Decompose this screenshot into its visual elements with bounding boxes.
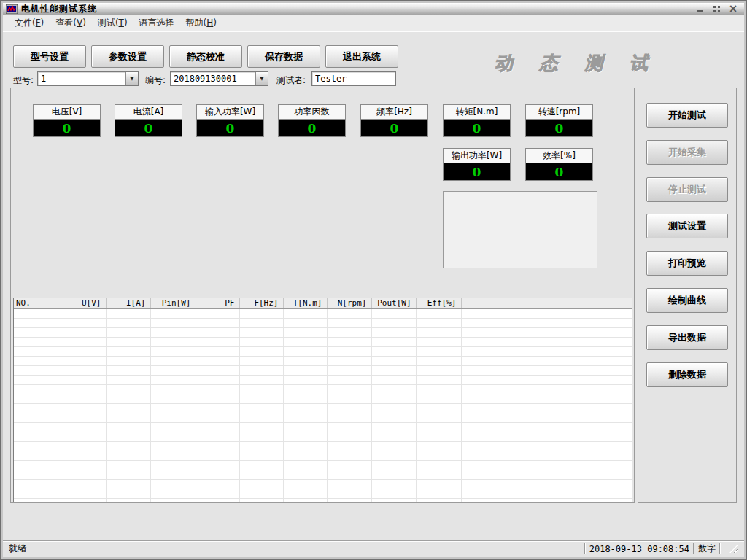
menu-item-language[interactable]: 语言选择 bbox=[133, 15, 180, 31]
delete-data-button[interactable]: 删除数据 bbox=[646, 362, 728, 387]
model-value: 1 bbox=[38, 74, 125, 84]
start-acquire-button[interactable]: 开始采集 bbox=[646, 140, 728, 165]
curve-preview-panel bbox=[443, 191, 597, 268]
menu-item-test[interactable]: 测试(T) bbox=[92, 15, 133, 31]
status-mode: 数字 bbox=[698, 542, 716, 555]
menu-item-view[interactable]: 查看(V) bbox=[50, 15, 92, 31]
static-calibration-button[interactable]: 静态校准 bbox=[169, 45, 242, 68]
menu-item-help[interactable]: 帮助(H) bbox=[180, 15, 222, 31]
start-test-button[interactable]: 开始测试 bbox=[646, 103, 728, 128]
minimize-icon bbox=[697, 10, 703, 12]
results-table-header: NO. U[V] I[A] Pin[W] PF F[Hz] T[N.m] N[r… bbox=[14, 298, 632, 308]
model-combobox[interactable]: 1 ▼ bbox=[37, 71, 139, 86]
status-datetime: 2018-09-13 09:08:54 bbox=[589, 544, 689, 554]
print-preview-button[interactable]: 打印预览 bbox=[646, 251, 728, 276]
frequency-display: 频率[Hz] 0 bbox=[360, 104, 428, 137]
draw-curve-button[interactable]: 绘制曲线 bbox=[646, 288, 728, 313]
voltage-display: 电压[V] 0 bbox=[33, 104, 101, 137]
column-header: N[rpm] bbox=[327, 298, 371, 308]
efficiency-display: 效率[%] 0 bbox=[525, 148, 593, 181]
model-label: 型号: bbox=[13, 74, 34, 88]
results-table[interactable]: NO. U[V] I[A] Pin[W] PF F[Hz] T[N.m] N[r… bbox=[13, 298, 632, 502]
toolbar: 型号设置 参数设置 静态校准 保存数据 退出系统 bbox=[13, 45, 398, 68]
results-table-body bbox=[14, 308, 632, 502]
main-panel: 电压[V] 0 电流[A] 0 输入功率[W] 0 功率因数 0 频率[Hz] … bbox=[10, 88, 635, 503]
window-title: 电机性能测试系统 bbox=[21, 3, 97, 15]
maximize-button[interactable] bbox=[711, 4, 721, 14]
minimize-button[interactable] bbox=[694, 4, 705, 14]
maximize-icon bbox=[713, 6, 720, 12]
serial-value: 201809130001 bbox=[171, 74, 255, 84]
close-button[interactable]: × bbox=[728, 4, 738, 14]
power-factor-display: 功率因数 0 bbox=[278, 104, 346, 137]
menu-item-file[interactable]: 文件(F) bbox=[9, 15, 50, 31]
tester-input[interactable] bbox=[311, 71, 396, 86]
app-icon bbox=[6, 4, 18, 14]
column-header: PF bbox=[196, 298, 239, 308]
sidebar-panel: 开始测试 开始采集 停止测试 测试设置 打印预览 绘制曲线 导出数据 删除数据 bbox=[638, 88, 737, 503]
torque-display: 转矩[N.m] 0 bbox=[443, 104, 511, 137]
input-power-display: 输入功率[W] 0 bbox=[196, 104, 264, 137]
column-header: T[N.m] bbox=[283, 298, 327, 308]
model-dropdown-arrow-icon[interactable]: ▼ bbox=[125, 72, 138, 85]
column-header-filler bbox=[461, 298, 632, 308]
test-settings-button[interactable]: 测试设置 bbox=[646, 214, 728, 238]
status-right-cluster: 2018-09-13 09:08:54 数字 bbox=[581, 542, 738, 555]
window-controls: × bbox=[694, 4, 741, 14]
title-bar[interactable]: 电机性能测试系统 × bbox=[3, 3, 744, 15]
column-header: NO. bbox=[14, 298, 61, 308]
status-bar: 就绪 2018-09-13 09:08:54 数字 bbox=[3, 540, 744, 556]
column-header: Pin[W] bbox=[150, 298, 196, 308]
app-window: 电机性能测试系统 × 文件(F) 查看(V) 测试(T) 语言选择 帮助(H) … bbox=[0, 0, 747, 560]
resize-grip[interactable] bbox=[729, 544, 738, 553]
speed-display: 转速[rpm] 0 bbox=[525, 104, 593, 137]
status-separator bbox=[584, 543, 586, 554]
column-header: Pout[W] bbox=[371, 298, 416, 308]
model-setup-button[interactable]: 型号设置 bbox=[13, 45, 86, 68]
serial-label: 编号: bbox=[145, 74, 166, 88]
serial-dropdown-arrow-icon[interactable]: ▼ bbox=[255, 72, 268, 85]
tester-label: 测试者: bbox=[276, 74, 306, 88]
status-separator bbox=[693, 543, 694, 554]
output-power-display: 输出功率[W] 0 bbox=[443, 148, 511, 181]
serial-combobox[interactable]: 201809130001 ▼ bbox=[170, 71, 268, 86]
menu-bar: 文件(F) 查看(V) 测试(T) 语言选择 帮助(H) bbox=[3, 15, 744, 31]
close-icon: × bbox=[729, 4, 738, 14]
export-data-button[interactable]: 导出数据 bbox=[646, 325, 728, 350]
status-separator bbox=[719, 543, 721, 554]
exit-system-button[interactable]: 退出系统 bbox=[325, 45, 398, 68]
parameter-setup-button[interactable]: 参数设置 bbox=[91, 45, 164, 68]
column-header: F[Hz] bbox=[239, 298, 283, 308]
column-header: Eff[%] bbox=[416, 298, 461, 308]
save-data-button[interactable]: 保存数据 bbox=[247, 45, 320, 68]
stop-test-button[interactable]: 停止测试 bbox=[646, 177, 728, 202]
dynamic-test-watermark: 动 态 测 试 bbox=[495, 51, 658, 75]
current-display: 电流[A] 0 bbox=[115, 104, 182, 137]
column-header: U[V] bbox=[61, 298, 106, 308]
column-header: I[A] bbox=[106, 298, 150, 308]
status-text: 就绪 bbox=[9, 542, 26, 555]
